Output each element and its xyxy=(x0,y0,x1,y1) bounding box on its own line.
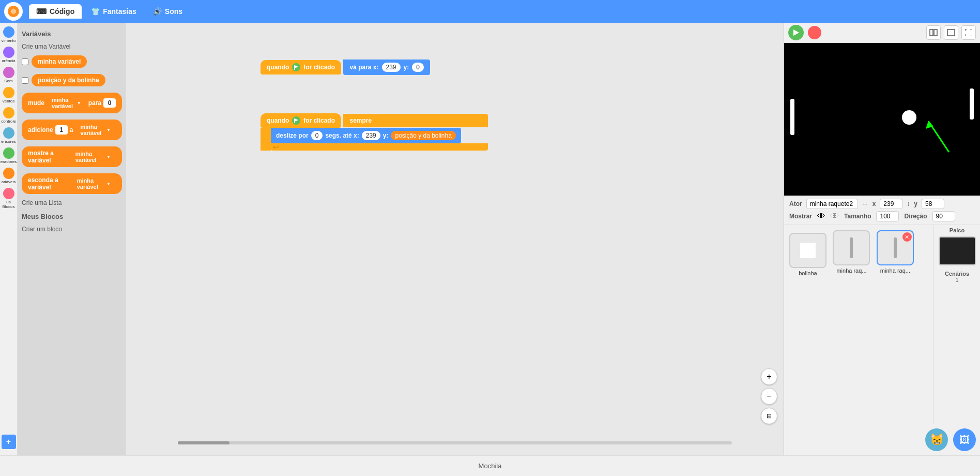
sprites-stage-area: bolinha minha raq... ✕ xyxy=(784,225,980,424)
sprites-list: bolinha minha raq... ✕ xyxy=(784,225,933,424)
sidebar-item-meus-blocos[interactable]: us Blocos xyxy=(1,186,17,211)
sidebar-item-variaveis[interactable]: ariáveis xyxy=(1,166,17,186)
criar-bloco-link[interactable]: Criar um bloco xyxy=(22,225,122,234)
aparencia-label: arência xyxy=(2,58,15,63)
movimento-dot xyxy=(3,26,14,38)
sprite-thumb-bolinha[interactable]: bolinha xyxy=(789,233,826,276)
stage-controls xyxy=(784,23,980,43)
mude-val-input[interactable]: 0 xyxy=(103,98,116,108)
sprite-delete-btn[interactable]: ✕ xyxy=(902,232,912,242)
sidebar-item-sensores[interactable]: ensores xyxy=(1,126,17,145)
sidebar-item-eventos[interactable]: ventos xyxy=(1,85,17,105)
stage-canvas xyxy=(784,43,980,196)
x-input[interactable] xyxy=(880,199,902,209)
script1-y-label: y: xyxy=(404,64,409,71)
scrollbar-thumb[interactable] xyxy=(178,441,229,444)
code-area[interactable]: quando for clicado vá para x: 239 y: 0 xyxy=(126,23,784,455)
variaveis-dot xyxy=(3,168,14,179)
stage-thumbnail[interactable] xyxy=(939,236,976,265)
var2-block[interactable]: posição y da bolinha xyxy=(32,74,105,86)
mostre-block[interactable]: mostre a variável minha variável xyxy=(22,146,122,167)
tab-fantasias[interactable]: 👕 Fantasias xyxy=(84,4,144,19)
mochila-bar[interactable]: Mochila xyxy=(0,455,980,476)
esconda-block[interactable]: esconda a variável minha variável xyxy=(22,173,122,194)
script1-y-val[interactable]: 0 xyxy=(412,63,424,72)
script2-hat-label: quando xyxy=(267,117,289,124)
adicione-var-dropdown[interactable]: minha variável xyxy=(75,122,116,138)
script2-y-var[interactable]: posição y da bolinha xyxy=(391,131,455,140)
var1-block[interactable]: minha variável xyxy=(32,55,87,68)
mude-var-dropdown[interactable]: minha variável xyxy=(47,95,86,111)
svg-rect-4 xyxy=(294,118,295,123)
scratch-logo[interactable] xyxy=(4,2,23,21)
direcao-input[interactable] xyxy=(932,211,955,221)
sidebar-item-controle[interactable]: controle xyxy=(1,106,17,125)
mude-block[interactable]: mude minha variável para 0 xyxy=(22,93,122,113)
show-eye-icon[interactable]: 👁 xyxy=(817,212,825,221)
zoom-in-btn[interactable]: + xyxy=(761,368,777,385)
variaveis-label: ariáveis xyxy=(2,180,16,184)
left-nav: vimento arência Som ventos controle enso… xyxy=(0,23,18,455)
sprite-thumb-raq2[interactable]: ✕ minha raq... xyxy=(877,230,914,274)
fullscreen-btn[interactable] xyxy=(961,25,976,40)
adicione-block[interactable]: adicione 1 a minha variável xyxy=(22,120,122,140)
sprite-label-raq2: minha raq... xyxy=(880,267,910,274)
costume-icon: 👕 xyxy=(91,7,100,16)
code-icon: ⌨ xyxy=(36,7,47,16)
script2-y-label: y: xyxy=(383,132,389,139)
stage-scenarios-panel: Palco Cenários 1 xyxy=(933,225,980,424)
script2-deslize-label: deslize por xyxy=(276,132,309,139)
sensores-dot xyxy=(3,127,14,139)
sidebar-item-aparencia[interactable]: arência xyxy=(1,45,17,65)
stage-layout-btns xyxy=(926,25,976,40)
criar-variavel-link[interactable]: Crie uma Variável xyxy=(22,42,122,51)
tab-codigo[interactable]: ⌨ Código xyxy=(29,4,82,19)
svg-rect-6 xyxy=(930,29,933,36)
sidebar-item-operadores[interactable]: eradores xyxy=(1,146,17,166)
sprite-name-input[interactable] xyxy=(806,199,858,209)
esconda-var-dropdown[interactable]: minha variável xyxy=(72,176,116,191)
zoom-out-btn[interactable]: − xyxy=(761,388,777,405)
add-sprite-btn[interactable]: 😸 xyxy=(925,428,948,451)
svg-marker-1 xyxy=(295,65,298,68)
extensions-btn[interactable]: + xyxy=(2,435,16,449)
paddle-right xyxy=(970,88,974,120)
script1-hat-suffix: for clicado xyxy=(303,64,335,71)
criar-lista-link[interactable]: Crie uma Lista xyxy=(22,198,122,207)
stop-btn[interactable] xyxy=(808,26,821,39)
adicione-block-row: adicione 1 a minha variável xyxy=(22,118,122,141)
script2-x-val[interactable]: 239 xyxy=(362,131,380,140)
mostre-block-row: mostre a variável minha variável xyxy=(22,145,122,168)
workspace[interactable]: quando for clicado vá para x: 239 y: 0 xyxy=(126,23,784,455)
add-backdrop-btn[interactable]: 🖼 xyxy=(953,428,976,451)
script1-x-val[interactable]: 239 xyxy=(382,63,401,72)
y-input[interactable] xyxy=(922,199,944,209)
movimento-label: vimento xyxy=(1,38,16,43)
workspace-scrollbar[interactable] xyxy=(126,441,784,445)
big-stage-btn[interactable] xyxy=(944,25,958,40)
sprite-action-btns: 😸 🖼 xyxy=(784,424,980,455)
mostre-var-dropdown[interactable]: minha variável xyxy=(70,149,116,165)
plus-icon: + xyxy=(6,437,11,447)
hide-eye-icon[interactable]: 👁 xyxy=(831,212,839,221)
sprite-thumb-raq1[interactable]: minha raq... xyxy=(833,230,870,274)
var1-checkbox[interactable] xyxy=(22,58,28,65)
small-stage-btn[interactable] xyxy=(926,25,941,40)
sidebar-item-movimento[interactable]: vimento xyxy=(1,25,17,44)
tamanho-input[interactable] xyxy=(876,211,899,221)
adicione-val-input[interactable]: 1 xyxy=(55,125,68,135)
script2-secs-val[interactable]: 0 xyxy=(311,131,323,140)
sidebar-item-som[interactable]: Som xyxy=(1,65,17,85)
var2-checkbox[interactable] xyxy=(22,77,28,84)
y-label: y xyxy=(914,200,917,207)
sensores-label: ensores xyxy=(1,139,16,144)
tab-sons[interactable]: 🔊 Sons xyxy=(146,4,190,19)
tamanho-label: Tamanho xyxy=(844,213,871,220)
ator-label: Ator xyxy=(789,200,802,207)
zoom-reset-btn[interactable]: ⊟ xyxy=(761,408,777,424)
meus-blocos-label: us Blocos xyxy=(1,200,17,209)
svg-rect-8 xyxy=(947,29,955,36)
green-flag-btn[interactable] xyxy=(788,25,804,40)
som-label: Som xyxy=(4,79,12,83)
sprite-label-bolinha: bolinha xyxy=(799,270,817,276)
